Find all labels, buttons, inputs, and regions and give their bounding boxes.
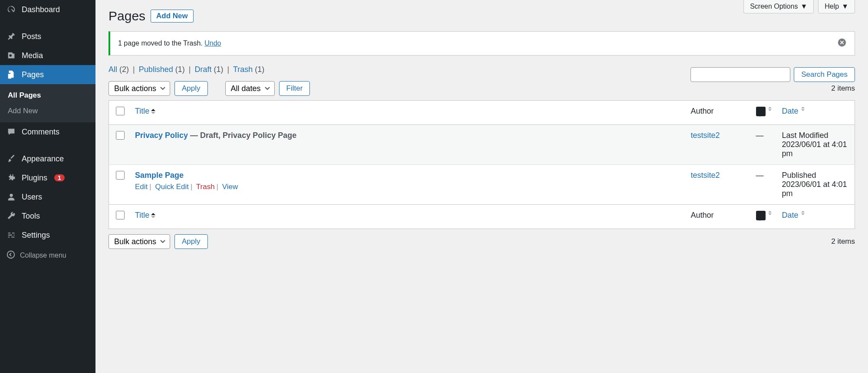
search-pages-button[interactable]: Search Pages	[794, 67, 855, 82]
gauge-icon	[6, 4, 16, 15]
col-author[interactable]: Author	[686, 101, 751, 125]
author-link[interactable]: testsite2	[691, 131, 720, 140]
comment-icon	[756, 211, 766, 220]
sidebar-label: Media	[22, 51, 43, 60]
row-checkbox[interactable]	[116, 131, 125, 140]
view-link[interactable]: View	[222, 183, 238, 191]
brush-icon	[6, 154, 16, 164]
date-cell: Published2023/06/01 at 4:01 pm	[777, 165, 855, 205]
sidebar-label: Posts	[22, 32, 41, 41]
select-all-checkbox[interactable]	[116, 107, 125, 115]
sort-icon	[768, 107, 772, 111]
filter-trash[interactable]: Trash	[233, 65, 253, 74]
search-input[interactable]	[690, 67, 790, 82]
apply-bulk-button[interactable]: Apply	[174, 81, 208, 96]
filter-published[interactable]: Published	[139, 65, 173, 74]
pin-icon	[6, 31, 16, 42]
author-link[interactable]: testsite2	[691, 171, 720, 180]
col-title[interactable]: Title	[130, 101, 686, 125]
sidebar-item-appearance[interactable]: Appearance	[0, 149, 95, 168]
collapse-label: Collapse menu	[20, 252, 66, 259]
sidebar-label: Plugins	[22, 173, 47, 183]
add-new-button[interactable]: Add New	[151, 10, 194, 23]
notice-text: 1 page moved to the Trash. Undo	[118, 39, 221, 47]
sort-icon	[151, 213, 155, 218]
sidebar-item-pages[interactable]: Pages	[0, 65, 95, 84]
sidebar-label: Appearance	[22, 154, 64, 164]
pages-table: Title Author Date Privacy Policy — Draft…	[108, 100, 855, 229]
sidebar-label: Settings	[22, 231, 50, 240]
admin-sidebar: Dashboard Posts Media Pages All Pages Ad…	[0, 0, 95, 373]
sidebar-label: Pages	[22, 70, 44, 79]
chevron-down-icon: ▼	[842, 3, 848, 10]
page-title-link[interactable]: Sample Page	[135, 171, 184, 180]
page-title: Pages	[108, 9, 145, 23]
user-icon	[6, 192, 16, 202]
date-cell: Last Modified2023/06/01 at 4:01 pm	[777, 125, 855, 165]
sliders-icon	[6, 230, 16, 240]
sort-icon	[768, 211, 772, 215]
post-state: — Draft, Privacy Policy Page	[188, 131, 296, 140]
apply-bulk-button-bottom[interactable]: Apply	[174, 234, 208, 249]
row-checkbox[interactable]	[116, 171, 125, 180]
sidebar-label: Tools	[22, 212, 40, 221]
dismiss-notice-icon[interactable]	[837, 38, 847, 49]
sidebar-label: Comments	[22, 128, 59, 137]
row-actions: Edit| Quick Edit| Trash| View	[135, 183, 681, 191]
sidebar-item-plugins[interactable]: Plugins 1	[0, 168, 95, 187]
sort-icon	[801, 211, 805, 215]
trash-link[interactable]: Trash	[196, 183, 215, 191]
media-icon	[6, 50, 16, 61]
wrench-icon	[6, 211, 16, 221]
comment-icon	[6, 127, 16, 137]
sidebar-submenu: All Pages Add New	[0, 84, 95, 122]
quick-edit-link[interactable]: Quick Edit	[155, 183, 188, 191]
filter-draft[interactable]: Draft	[195, 65, 212, 74]
help-button[interactable]: Help▼	[818, 0, 855, 13]
plugin-update-badge: 1	[54, 174, 65, 181]
sort-icon	[151, 109, 155, 114]
col-comments[interactable]	[751, 101, 777, 125]
sidebar-item-dashboard[interactable]: Dashboard	[0, 0, 95, 19]
col-title-foot[interactable]: Title	[130, 205, 686, 229]
submenu-all-pages[interactable]: All Pages	[0, 88, 95, 103]
comment-icon	[756, 107, 766, 116]
svg-point-0	[7, 251, 15, 258]
col-date-foot[interactable]: Date	[777, 205, 855, 229]
sidebar-item-posts[interactable]: Posts	[0, 27, 95, 46]
col-author-foot[interactable]: Author	[686, 205, 751, 229]
admin-notice: 1 page moved to the Trash. Undo	[108, 31, 855, 56]
undo-link[interactable]: Undo	[204, 39, 221, 47]
collapse-icon	[6, 250, 16, 261]
chevron-down-icon: ▼	[800, 3, 807, 10]
sidebar-label: Users	[22, 193, 42, 202]
sidebar-item-comments[interactable]: Comments	[0, 122, 95, 141]
main-content: Screen Options▼ Help▼ Pages Add New 1 pa…	[95, 0, 868, 373]
sidebar-item-users[interactable]: Users	[0, 187, 95, 206]
bulk-actions-select-bottom[interactable]: Bulk actions	[108, 234, 170, 249]
submenu-add-new[interactable]: Add New	[0, 103, 95, 119]
sidebar-label: Dashboard	[22, 5, 60, 14]
comment-count: —	[751, 125, 777, 165]
comment-count: —	[751, 165, 777, 205]
filter-button[interactable]: Filter	[279, 81, 310, 96]
item-count-top: 2 items	[831, 84, 855, 93]
screen-options-button[interactable]: Screen Options▼	[743, 0, 814, 13]
select-all-checkbox-bottom[interactable]	[116, 211, 125, 219]
plug-icon	[6, 173, 16, 183]
filter-all[interactable]: All	[108, 65, 117, 74]
collapse-menu[interactable]: Collapse menu	[0, 245, 95, 266]
sidebar-item-settings[interactable]: Settings	[0, 226, 95, 245]
item-count-bottom: 2 items	[831, 237, 855, 246]
sidebar-item-media[interactable]: Media	[0, 46, 95, 65]
table-row: Sample Page Edit| Quick Edit| Trash| Vie…	[109, 165, 855, 205]
col-date[interactable]: Date	[777, 101, 855, 125]
table-row: Privacy Policy — Draft, Privacy Policy P…	[109, 125, 855, 165]
date-filter-select[interactable]: All dates	[225, 81, 275, 96]
col-comments-foot[interactable]	[751, 205, 777, 229]
bulk-actions-select[interactable]: Bulk actions	[108, 81, 170, 96]
edit-link[interactable]: Edit	[135, 183, 148, 191]
sort-icon	[801, 107, 805, 111]
sidebar-item-tools[interactable]: Tools	[0, 206, 95, 226]
page-title-link[interactable]: Privacy Policy	[135, 131, 188, 140]
